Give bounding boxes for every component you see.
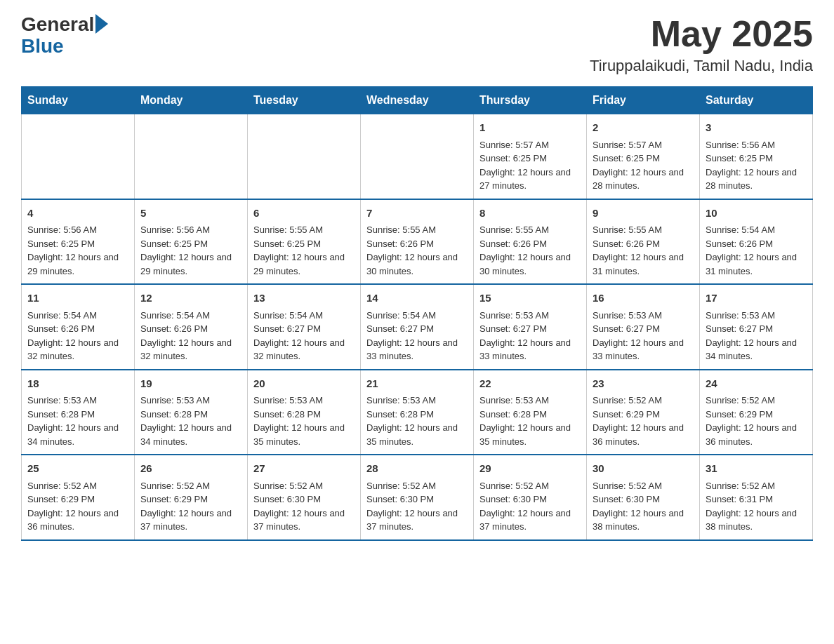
day-info: Sunrise: 5:57 AM Sunset: 6:25 PM Dayligh… (593, 138, 694, 193)
day-header-saturday: Saturday (700, 87, 813, 114)
day-info: Sunrise: 5:52 AM Sunset: 6:30 PM Dayligh… (366, 479, 468, 534)
calendar-cell: 4Sunrise: 5:56 AM Sunset: 6:25 PM Daylig… (22, 199, 135, 285)
calendar-cell: 29Sunrise: 5:52 AM Sunset: 6:30 PM Dayli… (474, 455, 587, 540)
day-number: 11 (27, 290, 128, 307)
day-number: 3 (706, 120, 807, 136)
day-info: Sunrise: 5:52 AM Sunset: 6:29 PM Dayligh… (593, 394, 694, 448)
day-number: 28 (366, 461, 468, 477)
day-info: Sunrise: 5:56 AM Sunset: 6:25 PM Dayligh… (27, 223, 128, 278)
day-header-tuesday: Tuesday (248, 87, 361, 114)
calendar-cell (135, 114, 248, 199)
calendar-cell (248, 114, 361, 199)
day-info: Sunrise: 5:54 AM Sunset: 6:27 PM Dayligh… (366, 309, 468, 363)
day-info: Sunrise: 5:55 AM Sunset: 6:26 PM Dayligh… (593, 223, 694, 278)
day-number: 21 (366, 376, 468, 392)
title-area: May 2025 Tiruppalaikudi, Tamil Nadu, Ind… (590, 14, 813, 75)
day-number: 10 (706, 206, 807, 222)
day-info: Sunrise: 5:56 AM Sunset: 6:25 PM Dayligh… (140, 223, 241, 278)
calendar-cell: 21Sunrise: 5:53 AM Sunset: 6:28 PM Dayli… (361, 370, 474, 455)
calendar-cell: 10Sunrise: 5:54 AM Sunset: 6:26 PM Dayli… (700, 199, 813, 285)
day-number: 15 (479, 290, 581, 307)
calendar-cell: 11Sunrise: 5:54 AM Sunset: 6:26 PM Dayli… (22, 284, 135, 370)
day-header-monday: Monday (135, 87, 248, 114)
day-info: Sunrise: 5:52 AM Sunset: 6:30 PM Dayligh… (593, 479, 694, 534)
calendar-cell: 3Sunrise: 5:56 AM Sunset: 6:25 PM Daylig… (700, 114, 813, 199)
day-info: Sunrise: 5:52 AM Sunset: 6:31 PM Dayligh… (706, 479, 807, 534)
calendar-cell: 7Sunrise: 5:55 AM Sunset: 6:26 PM Daylig… (361, 199, 474, 285)
calendar-week-1: 1Sunrise: 5:57 AM Sunset: 6:25 PM Daylig… (22, 114, 813, 199)
page-header: General Blue May 2025 Tiruppalaikudi, Ta… (21, 14, 813, 75)
day-number: 27 (253, 461, 355, 477)
day-number: 29 (479, 461, 581, 477)
day-info: Sunrise: 5:56 AM Sunset: 6:25 PM Dayligh… (706, 138, 807, 193)
day-info: Sunrise: 5:52 AM Sunset: 6:29 PM Dayligh… (27, 479, 128, 534)
day-info: Sunrise: 5:53 AM Sunset: 6:28 PM Dayligh… (27, 394, 128, 448)
day-number: 24 (706, 376, 807, 392)
day-info: Sunrise: 5:53 AM Sunset: 6:27 PM Dayligh… (706, 309, 807, 363)
day-number: 16 (593, 290, 694, 307)
calendar-body: 1Sunrise: 5:57 AM Sunset: 6:25 PM Daylig… (22, 114, 813, 540)
day-info: Sunrise: 5:52 AM Sunset: 6:29 PM Dayligh… (706, 394, 807, 448)
day-header-friday: Friday (587, 87, 700, 114)
days-header-row: SundayMondayTuesdayWednesdayThursdayFrid… (22, 87, 813, 114)
day-info: Sunrise: 5:53 AM Sunset: 6:28 PM Dayligh… (479, 394, 581, 448)
day-info: Sunrise: 5:54 AM Sunset: 6:26 PM Dayligh… (706, 223, 807, 278)
calendar-cell: 12Sunrise: 5:54 AM Sunset: 6:26 PM Dayli… (135, 284, 248, 370)
calendar-cell: 23Sunrise: 5:52 AM Sunset: 6:29 PM Dayli… (587, 370, 700, 455)
day-number: 25 (27, 461, 128, 477)
day-info: Sunrise: 5:54 AM Sunset: 6:26 PM Dayligh… (140, 309, 241, 363)
calendar-table: SundayMondayTuesdayWednesdayThursdayFrid… (21, 86, 813, 541)
day-number: 23 (593, 376, 694, 392)
calendar-cell: 5Sunrise: 5:56 AM Sunset: 6:25 PM Daylig… (135, 199, 248, 285)
calendar-week-2: 4Sunrise: 5:56 AM Sunset: 6:25 PM Daylig… (22, 199, 813, 285)
month-title: May 2025 (590, 14, 813, 54)
calendar-cell: 26Sunrise: 5:52 AM Sunset: 6:29 PM Dayli… (135, 455, 248, 540)
day-info: Sunrise: 5:55 AM Sunset: 6:25 PM Dayligh… (253, 223, 355, 278)
day-number: 8 (479, 206, 581, 222)
day-number: 5 (140, 206, 241, 222)
calendar-cell: 6Sunrise: 5:55 AM Sunset: 6:25 PM Daylig… (248, 199, 361, 285)
calendar-cell: 15Sunrise: 5:53 AM Sunset: 6:27 PM Dayli… (474, 284, 587, 370)
day-number: 2 (593, 120, 694, 136)
day-number: 4 (27, 206, 128, 222)
calendar-week-3: 11Sunrise: 5:54 AM Sunset: 6:26 PM Dayli… (22, 284, 813, 370)
day-number: 26 (140, 461, 241, 477)
day-number: 12 (140, 290, 241, 307)
day-info: Sunrise: 5:55 AM Sunset: 6:26 PM Dayligh… (366, 223, 468, 278)
calendar-cell: 31Sunrise: 5:52 AM Sunset: 6:31 PM Dayli… (700, 455, 813, 540)
day-number: 13 (253, 290, 355, 307)
calendar-cell: 24Sunrise: 5:52 AM Sunset: 6:29 PM Dayli… (700, 370, 813, 455)
logo-general-text: General (21, 15, 94, 34)
calendar-cell: 13Sunrise: 5:54 AM Sunset: 6:27 PM Dayli… (248, 284, 361, 370)
day-number: 6 (253, 206, 355, 222)
location-title: Tiruppalaikudi, Tamil Nadu, India (590, 57, 813, 75)
day-header-wednesday: Wednesday (361, 87, 474, 114)
day-info: Sunrise: 5:53 AM Sunset: 6:28 PM Dayligh… (140, 394, 241, 448)
calendar-cell: 20Sunrise: 5:53 AM Sunset: 6:28 PM Dayli… (248, 370, 361, 455)
day-number: 31 (706, 461, 807, 477)
calendar-cell: 19Sunrise: 5:53 AM Sunset: 6:28 PM Dayli… (135, 370, 248, 455)
calendar-cell: 9Sunrise: 5:55 AM Sunset: 6:26 PM Daylig… (587, 199, 700, 285)
day-info: Sunrise: 5:52 AM Sunset: 6:29 PM Dayligh… (140, 479, 241, 534)
day-info: Sunrise: 5:54 AM Sunset: 6:27 PM Dayligh… (253, 309, 355, 363)
calendar-cell: 14Sunrise: 5:54 AM Sunset: 6:27 PM Dayli… (361, 284, 474, 370)
calendar-cell: 28Sunrise: 5:52 AM Sunset: 6:30 PM Dayli… (361, 455, 474, 540)
day-number: 18 (27, 376, 128, 392)
logo-blue-text: Blue (21, 35, 64, 58)
day-number: 9 (593, 206, 694, 222)
calendar-cell: 30Sunrise: 5:52 AM Sunset: 6:30 PM Dayli… (587, 455, 700, 540)
calendar-week-5: 25Sunrise: 5:52 AM Sunset: 6:29 PM Dayli… (22, 455, 813, 540)
calendar-cell: 2Sunrise: 5:57 AM Sunset: 6:25 PM Daylig… (587, 114, 700, 199)
logo-arrow-icon (95, 14, 108, 34)
day-header-thursday: Thursday (474, 87, 587, 114)
day-info: Sunrise: 5:54 AM Sunset: 6:26 PM Dayligh… (27, 309, 128, 363)
day-number: 1 (479, 120, 581, 136)
calendar-cell: 25Sunrise: 5:52 AM Sunset: 6:29 PM Dayli… (22, 455, 135, 540)
day-info: Sunrise: 5:53 AM Sunset: 6:27 PM Dayligh… (593, 309, 694, 363)
day-number: 19 (140, 376, 241, 392)
calendar-cell: 8Sunrise: 5:55 AM Sunset: 6:26 PM Daylig… (474, 199, 587, 285)
calendar-cell: 17Sunrise: 5:53 AM Sunset: 6:27 PM Dayli… (700, 284, 813, 370)
day-info: Sunrise: 5:53 AM Sunset: 6:27 PM Dayligh… (479, 309, 581, 363)
day-header-sunday: Sunday (22, 87, 135, 114)
day-info: Sunrise: 5:53 AM Sunset: 6:28 PM Dayligh… (253, 394, 355, 448)
